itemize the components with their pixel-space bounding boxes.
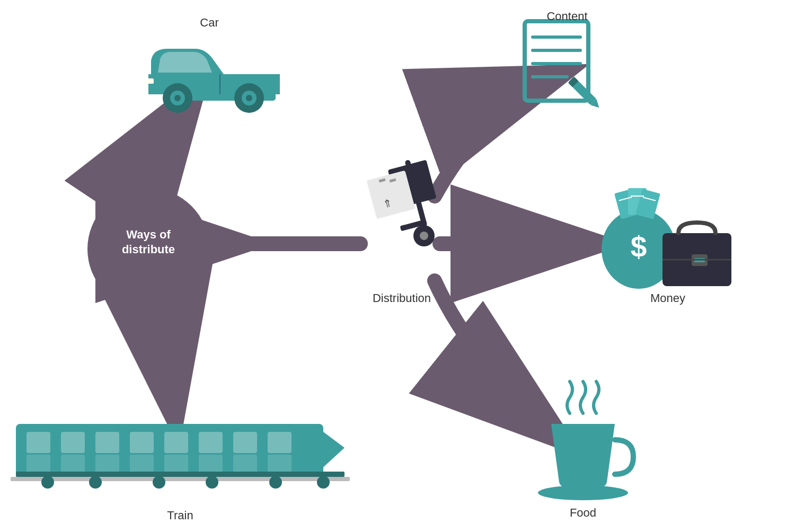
svg-text:Distribution: Distribution bbox=[373, 291, 431, 305]
svg-text:distribute: distribute bbox=[122, 243, 175, 256]
diagram-container: Ways of distribute ⇑ Distribution bbox=[0, 0, 795, 532]
svg-point-47 bbox=[41, 476, 54, 489]
svg-point-24 bbox=[246, 95, 252, 101]
svg-point-50 bbox=[206, 476, 218, 489]
car-icon bbox=[146, 48, 281, 113]
svg-rect-30 bbox=[61, 432, 85, 453]
svg-text:Ways of: Ways of bbox=[126, 228, 171, 241]
svg-point-52 bbox=[317, 476, 330, 489]
svg-rect-29 bbox=[26, 432, 50, 453]
svg-point-49 bbox=[153, 476, 165, 489]
svg-text:Content: Content bbox=[546, 10, 587, 23]
svg-rect-45 bbox=[16, 472, 344, 477]
svg-text:Money: Money bbox=[650, 291, 685, 305]
svg-rect-34 bbox=[199, 432, 223, 453]
svg-point-77 bbox=[538, 485, 628, 500]
svg-point-15 bbox=[420, 232, 428, 240]
svg-text:Food: Food bbox=[570, 506, 596, 519]
train-icon bbox=[11, 424, 350, 489]
svg-rect-25 bbox=[146, 78, 154, 84]
svg-rect-31 bbox=[95, 432, 119, 453]
svg-text:Train: Train bbox=[167, 509, 193, 522]
svg-point-48 bbox=[89, 476, 102, 489]
svg-text:Car: Car bbox=[200, 16, 218, 29]
svg-rect-32 bbox=[130, 432, 154, 453]
svg-point-51 bbox=[269, 476, 282, 489]
content-icon bbox=[525, 21, 602, 111]
svg-text:$: $ bbox=[631, 230, 647, 263]
svg-rect-33 bbox=[164, 432, 188, 453]
svg-rect-36 bbox=[268, 432, 292, 453]
money-icon: $ bbox=[602, 188, 731, 289]
svg-point-21 bbox=[174, 95, 181, 101]
svg-rect-35 bbox=[233, 432, 257, 453]
svg-rect-46 bbox=[11, 477, 350, 481]
